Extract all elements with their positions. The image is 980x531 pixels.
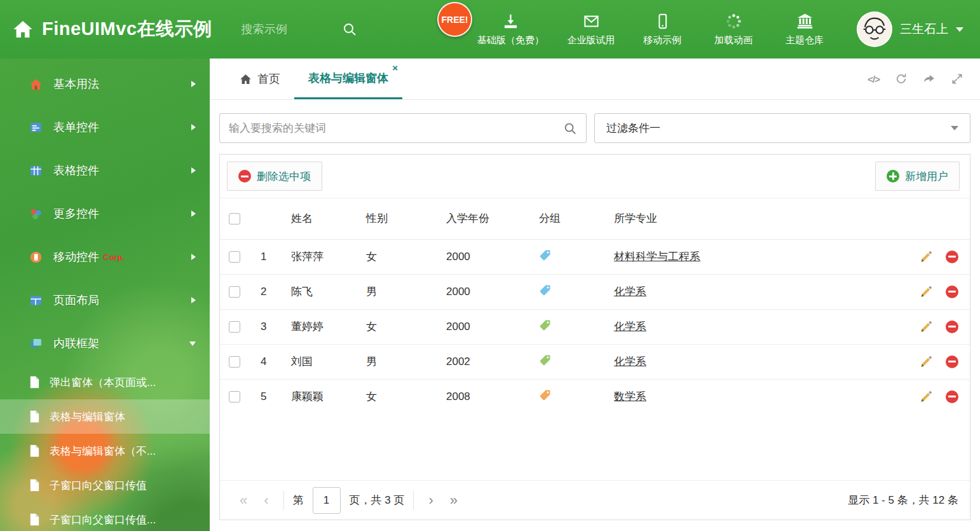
tag-icon[interactable] [539, 249, 552, 261]
keyword-search [219, 113, 587, 143]
user-menu[interactable]: 三生石上 [857, 11, 963, 47]
search-icon[interactable] [563, 121, 577, 135]
filter-row: 过滤条件一 [219, 113, 970, 143]
page-number-input[interactable] [313, 487, 341, 514]
sidebar-item-inline-frame[interactable]: 内联框架 [0, 322, 210, 365]
sidebar-item-grid-controls[interactable]: 表格控件 [0, 149, 210, 192]
nav-item-mobile-demo[interactable]: 移动示例 [638, 13, 686, 46]
record-summary: 显示 1 - 5 条，共 12 条 [848, 493, 958, 507]
delete-icon[interactable] [946, 355, 958, 368]
major-link[interactable]: 化学系 [614, 286, 646, 298]
cell-year: 2000 [439, 239, 531, 274]
tag-icon[interactable] [539, 284, 552, 296]
sidebar-item-form-controls[interactable]: 表单控件 [0, 106, 210, 149]
select-all-checkbox[interactable] [229, 213, 240, 224]
file-icon [29, 410, 40, 423]
cell-gender: 男 [358, 344, 439, 379]
add-user-button[interactable]: 新增用户 [875, 162, 960, 191]
row-checkbox[interactable] [229, 356, 240, 368]
sidebar-item-mobile-controls[interactable]: 移动控件 Corp. [0, 235, 210, 279]
sidebar-subitem-child-to-parent-2[interactable]: 子窗口向父窗口传值... [0, 502, 210, 531]
cell-year: 2008 [439, 379, 531, 414]
row-checkbox[interactable] [229, 251, 240, 263]
nav-item-enterprise-trial[interactable]: 企业版试用 [567, 13, 615, 46]
nav-label: 企业版试用 [568, 34, 615, 46]
delete-icon[interactable] [946, 321, 958, 333]
file-icon [29, 479, 40, 492]
minus-icon [238, 170, 251, 183]
row-number: 3 [253, 309, 283, 344]
cell-name: 陈飞 [283, 274, 358, 309]
major-link[interactable]: 化学系 [614, 355, 646, 368]
edit-icon[interactable] [919, 355, 933, 369]
delete-selected-button[interactable]: 删除选中项 [227, 162, 322, 191]
major-link[interactable]: 数学系 [614, 390, 646, 403]
column-header-group: 分组 [531, 198, 606, 239]
edit-icon[interactable] [919, 390, 933, 404]
tab-tools: </> [868, 59, 971, 99]
sidebar-item-label: 表格控件 [53, 163, 99, 178]
layout-icon [29, 294, 43, 307]
prev-page-button[interactable]: ‹ [255, 493, 276, 507]
frame-icon [29, 337, 43, 350]
nav-label: 基础版（免费） [477, 34, 544, 46]
delete-selected-label: 删除选中项 [257, 169, 311, 184]
tag-icon[interactable] [539, 389, 552, 401]
brand[interactable]: FineUIMvc在线示例 [13, 17, 212, 42]
delete-icon[interactable] [946, 251, 958, 263]
edit-icon[interactable] [919, 320, 933, 334]
cell-name: 康颖颖 [283, 379, 358, 414]
edit-icon[interactable] [919, 285, 933, 299]
grid-panel: 删除选中项 新增用户 [219, 154, 970, 520]
nav-item-theme-repo[interactable]: 主题仓库 [780, 13, 829, 46]
keyword-search-input[interactable] [229, 122, 557, 135]
chevron-right-icon [191, 167, 196, 174]
header-search [242, 22, 375, 37]
expand-icon[interactable] [951, 72, 963, 85]
home-icon [13, 19, 33, 39]
search-icon[interactable] [342, 22, 357, 37]
tab-grid-edit-window[interactable]: 表格与编辑窗体 × [294, 59, 402, 99]
sidebar-item-more-controls[interactable]: 更多控件 [0, 192, 210, 235]
sidebar-subitem-grid-edit-window-2[interactable]: 表格与编辑窗体（不... [0, 434, 210, 468]
cell-name: 董婷婷 [283, 309, 358, 344]
sidebar-subitem-child-to-parent[interactable]: 子窗口向父窗口传值 [0, 468, 210, 502]
sidebar-item-page-layout[interactable]: 页面布局 [0, 279, 210, 322]
edit-icon[interactable] [919, 250, 933, 264]
page-suffix: 页，共 3 页 [350, 493, 405, 507]
close-icon[interactable]: × [392, 63, 398, 72]
major-link[interactable]: 材料科学与工程系 [614, 251, 700, 263]
pager-divider [283, 491, 284, 510]
sidebar-item-label: 更多控件 [53, 206, 99, 221]
refresh-icon[interactable] [895, 72, 908, 85]
sidebar-subitem-popup-window[interactable]: 弹出窗体（本页面或... [0, 365, 210, 399]
share-icon[interactable] [923, 72, 936, 85]
tag-icon[interactable] [539, 354, 552, 366]
nav-item-loading-animation[interactable]: 加载动画 [709, 13, 758, 46]
sidebar-subitem-grid-edit-window[interactable]: 表格与编辑窗体 [0, 399, 210, 434]
header-search-input[interactable] [242, 23, 337, 36]
first-page-button[interactable]: « [231, 493, 255, 507]
delete-icon[interactable] [946, 286, 958, 298]
row-checkbox[interactable] [229, 286, 240, 298]
cell-name: 刘国 [283, 344, 358, 379]
row-checkbox[interactable] [229, 391, 240, 403]
app-title: FineUIMvc在线示例 [42, 17, 212, 42]
last-page-button[interactable]: » [442, 493, 466, 507]
column-header-index [253, 198, 283, 239]
corp-badge: Corp. [103, 252, 125, 262]
sidebar-item-basic-usage[interactable]: 基本用法 [0, 62, 210, 106]
sidebar-subitem-label: 表格与编辑窗体 [50, 410, 125, 424]
major-link[interactable]: 化学系 [614, 321, 646, 333]
code-icon[interactable]: </> [868, 74, 880, 85]
table-row: 4 刘国 男 2002 化学系 [220, 344, 970, 379]
tag-icon[interactable] [539, 319, 552, 331]
chevron-right-icon [191, 124, 196, 130]
nav-item-basic-free[interactable]: 基础版（免费） [477, 13, 544, 46]
next-page-button[interactable]: › [420, 493, 441, 507]
filter-dropdown[interactable]: 过滤条件一 [594, 113, 970, 143]
row-checkbox[interactable] [229, 321, 240, 333]
caret-down-icon [951, 126, 958, 130]
tab-home[interactable]: 首页 [226, 59, 294, 99]
delete-icon[interactable] [946, 390, 958, 403]
